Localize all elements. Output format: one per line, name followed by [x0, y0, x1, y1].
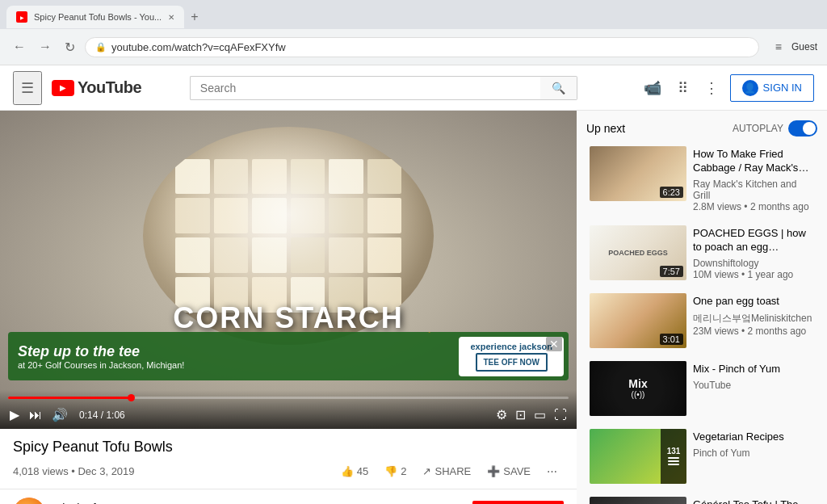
- ad-text: Step up to the tee at 20+ Golf Courses i…: [8, 337, 454, 376]
- sidebar-video-4[interactable]: Mix ((•)) Mix - Pinch of Yum YouTube: [586, 358, 817, 419]
- profile-button[interactable]: Guest: [791, 41, 817, 52]
- sv-meta-2: 10M views • 1 year ago: [693, 269, 814, 280]
- views-text: 4,018 views: [13, 465, 69, 477]
- forward-button[interactable]: →: [36, 36, 55, 57]
- youtube-logo-icon: [52, 80, 74, 96]
- header-actions: 📹 ⠿ ⋮ SIGN IN: [639, 74, 814, 102]
- fullscreen-button[interactable]: ⛶: [552, 406, 569, 424]
- sidebar-video-3[interactable]: 3:01 One pan egg toast 메리니스부엌Meliniskitc…: [586, 290, 817, 351]
- youtube-header: ☰ YouTube 🔍 📹 ⠿ ⋮ SIGN IN: [0, 65, 827, 111]
- sidebar-video-2[interactable]: POACHED EGGS 7:57 POACHED EGGS | how to …: [586, 222, 817, 284]
- video-player-wrap: CORN STARCH Step up to the tee at 20+ Go…: [0, 111, 577, 429]
- mix-icon: ((•)): [632, 390, 645, 399]
- tab-close-button[interactable]: ✕: [168, 13, 174, 22]
- video-date: Dec 3, 2019: [78, 465, 134, 477]
- corn-starch-label: CORN STARCH: [173, 301, 403, 334]
- video-camera-button[interactable]: 📹: [639, 74, 666, 102]
- sv-title-5: Vegetarian Recipes: [693, 430, 814, 444]
- menu-button[interactable]: ☰: [13, 71, 42, 105]
- tab-title: Spicy Peanut Tofu Bowls - You...: [34, 12, 162, 22]
- controls-right: ⚙ ⊡ ▭ ⛶: [494, 405, 569, 424]
- main-layout: CORN STARCH Step up to the tee at 20+ Go…: [0, 111, 827, 504]
- new-tab-button[interactable]: +: [184, 10, 204, 24]
- list-lines: [668, 457, 679, 465]
- sv-channel-3: 메리니스부엌Meliniskitchen: [693, 312, 814, 326]
- video-text-overlay: CORN STARCH: [0, 111, 577, 429]
- lock-icon: 🔒: [95, 42, 107, 52]
- sv-channel-5: Pinch of Yum: [693, 447, 814, 459]
- sv-channel-4: YouTube: [693, 380, 814, 391]
- more-actions-button[interactable]: ⋯: [540, 460, 564, 482]
- up-next-header: Up next AUTOPLAY: [586, 111, 817, 143]
- save-icon: ➕: [487, 465, 500, 477]
- browser-chrome: Spicy Peanut Tofu Bowls - You... ✕ + ← →…: [0, 0, 827, 65]
- sign-in-button[interactable]: SIGN IN: [730, 74, 814, 102]
- like-count: 45: [357, 465, 368, 477]
- video-info-2: POACHED EGGS | how to poach an egg (perf…: [693, 225, 814, 280]
- url-bar[interactable]: 🔒 youtube.com/watch?v=cqAFexFXYfw: [85, 37, 759, 57]
- video-meta: 4,018 views • Dec 3, 2019 👍 45 👎 2 ↗: [13, 460, 564, 482]
- play-button[interactable]: ▶: [8, 405, 21, 424]
- video-player[interactable]: CORN STARCH Step up to the tee at 20+ Go…: [0, 111, 577, 429]
- volume-button[interactable]: 🔊: [50, 405, 69, 424]
- sign-in-label: SIGN IN: [763, 82, 802, 94]
- autoplay-toggle[interactable]: [788, 120, 817, 136]
- channel-avatar[interactable]: [13, 498, 45, 504]
- sv-title-6: Général Tso Tofu | The Buddhist Chef: [693, 498, 814, 504]
- dislike-button[interactable]: 👎 2: [378, 460, 413, 482]
- search-input[interactable]: [190, 76, 540, 100]
- ad-title: Step up to the tee: [18, 343, 444, 360]
- save-button[interactable]: ➕ SAVE: [481, 460, 537, 482]
- extensions-button[interactable]: ≡: [772, 37, 785, 57]
- ad-close-button[interactable]: ✕: [546, 337, 562, 351]
- sidebar-video-1[interactable]: 6:23 How To Make Fried Cabbage / Ray Mac…: [586, 143, 817, 216]
- thumbnail-3: 3:01: [590, 293, 686, 348]
- refresh-button[interactable]: ↻: [61, 36, 78, 58]
- ad-subtitle: at 20+ Golf Courses in Jackson, Michigan…: [18, 360, 444, 370]
- subscribe-button[interactable]: SUBSCRIBE: [472, 501, 564, 504]
- search-bar: 🔍: [190, 76, 577, 100]
- video-info-3: One pan egg toast 메리니스부엌Meliniskitchen 2…: [693, 293, 814, 348]
- time-display: 0:14 / 1:06: [79, 410, 125, 421]
- video-actions: 👍 45 👎 2 ↗ SHARE ➕ SAVE ⋯: [334, 460, 564, 482]
- time-current: 0:14: [79, 410, 98, 421]
- sv-channel-2: Downshiftology: [693, 258, 814, 269]
- thumbnail-1: 6:23: [590, 146, 686, 201]
- url-text: youtube.com/watch?v=cqAFexFXYfw: [111, 41, 749, 53]
- search-button[interactable]: 🔍: [540, 76, 577, 100]
- share-button[interactable]: ↗ SHARE: [416, 460, 477, 482]
- tab-bar: Spicy Peanut Tofu Bowls - You... ✕ +: [0, 0, 827, 29]
- ad-overlay: Step up to the tee at 20+ Golf Courses i…: [8, 332, 569, 380]
- channel-info: Pinch of Yum 34.7K subscribers SUBSCRIBE: [0, 489, 577, 504]
- ad-cta-button[interactable]: TEE OFF NOW: [476, 353, 548, 372]
- settings-button[interactable]: ⚙: [494, 405, 509, 424]
- sv-meta-1: 2.8M views • 2 months ago: [693, 201, 814, 212]
- video-info-4: Mix - Pinch of Yum YouTube: [693, 361, 814, 416]
- sv-title-3: One pan egg toast: [693, 295, 814, 309]
- save-label: SAVE: [503, 465, 531, 477]
- sv-title-2: POACHED EGGS | how to poach an egg (perf…: [693, 227, 814, 254]
- tab-favicon: [16, 11, 27, 23]
- theater-button[interactable]: ▭: [532, 405, 548, 424]
- active-tab[interactable]: Spicy Peanut Tofu Bowls - You... ✕: [6, 6, 184, 28]
- profile-label: Guest: [791, 41, 817, 52]
- next-button[interactable]: ⏭: [27, 406, 44, 424]
- thumbnail-4: Mix ((•)): [590, 361, 686, 416]
- apps-button[interactable]: ⠿: [673, 74, 693, 102]
- like-button[interactable]: 👍 45: [334, 460, 375, 482]
- sidebar-video-5[interactable]: 131 Vegetarian Recipes Pinch of Yum: [586, 426, 817, 487]
- avatar-icon: [742, 80, 758, 96]
- miniplayer-button[interactable]: ⊡: [514, 405, 527, 424]
- back-button[interactable]: ←: [10, 36, 29, 57]
- duration-1: 6:23: [660, 187, 683, 198]
- more-button[interactable]: ⋮: [699, 74, 724, 102]
- video-controls: ▶ ⏭ 🔊 0:14 / 1:06 ⚙ ⊡ ▭: [0, 390, 577, 429]
- channel-avatar-image: [13, 498, 45, 504]
- address-bar: ← → ↻ 🔒 youtube.com/watch?v=cqAFexFXYfw …: [0, 29, 827, 65]
- share-label: SHARE: [434, 465, 471, 477]
- youtube-logo[interactable]: YouTube: [52, 78, 141, 97]
- controls-row: ▶ ⏭ 🔊 0:14 / 1:06 ⚙ ⊡ ▭: [8, 405, 569, 424]
- progress-bar[interactable]: [8, 397, 569, 399]
- video-info-1: How To Make Fried Cabbage / Ray Mack's K…: [693, 146, 814, 212]
- sidebar-video-6[interactable]: 1:36 Général Tso Tofu | The Buddhist Che…: [586, 494, 817, 504]
